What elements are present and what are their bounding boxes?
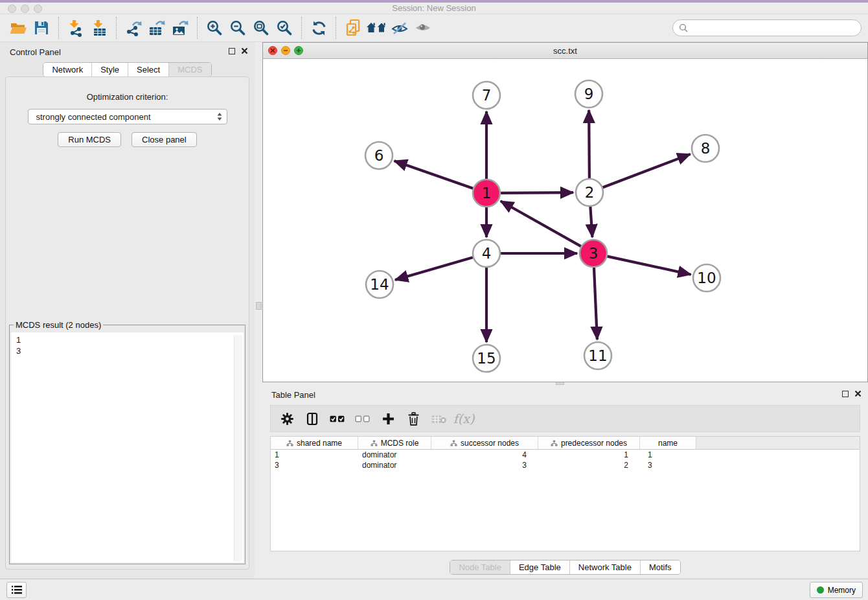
graph-edge-3-11[interactable] — [594, 268, 597, 340]
graph-node-label-10: 10 — [697, 270, 716, 286]
memory-label: Memory — [828, 586, 856, 595]
graph-edge-3-1[interactable] — [501, 201, 581, 246]
mcds-result-textarea[interactable]: 1 3 — [11, 332, 244, 562]
import-network-icon — [67, 19, 85, 37]
tab-select[interactable]: Select — [128, 63, 168, 76]
open-session-button[interactable] — [6, 16, 30, 40]
float-table-panel-icon[interactable] — [842, 391, 849, 397]
tab-mcds[interactable]: MCDS — [168, 63, 211, 76]
graph-edge-1-2[interactable] — [501, 192, 573, 193]
task-history-button[interactable] — [6, 582, 27, 598]
cell-name[interactable]: 3 — [640, 461, 696, 470]
tab-node-table[interactable]: Node Table — [450, 560, 510, 574]
table-header-row: shared name MCDS role successor nodes pr… — [271, 437, 860, 450]
table-row[interactable]: 1 dominator 4 1 1 — [271, 450, 860, 460]
apply-layout-button[interactable] — [307, 16, 330, 40]
column-header-mcds-role[interactable]: MCDS role — [358, 437, 431, 449]
zoom-fit-icon — [253, 19, 269, 36]
tab-edge-table[interactable]: Edge Table — [510, 560, 569, 574]
list-icon — [11, 585, 23, 595]
float-panel-icon[interactable] — [229, 48, 235, 54]
application-window: { "window": { "title": "Session: New Ses… — [0, 0, 868, 600]
network-window-titlebar[interactable]: scc.txt — [263, 43, 867, 59]
result-scrollbar[interactable] — [234, 335, 242, 561]
cell-mcds-role[interactable]: dominator — [358, 461, 431, 470]
graph-edge-2-3[interactable] — [590, 207, 592, 237]
column-header-successor-nodes[interactable]: successor nodes — [431, 437, 538, 449]
tab-network[interactable]: Network — [43, 63, 91, 76]
export-network-button[interactable] — [122, 16, 145, 40]
zoom-in-icon — [206, 19, 223, 36]
table-row[interactable]: 3 dominator 3 2 3 — [271, 460, 860, 470]
save-session-button[interactable] — [30, 16, 53, 40]
toolbar-separator — [116, 17, 117, 39]
import-table-button[interactable] — [87, 16, 111, 40]
delete-column-button[interactable] — [404, 409, 423, 428]
tab-style[interactable]: Style — [91, 63, 128, 76]
export-table-icon — [148, 19, 166, 37]
show-all-button[interactable] — [411, 16, 435, 40]
search-field[interactable] — [672, 19, 862, 36]
cell-shared-name[interactable]: 3 — [271, 461, 358, 470]
close-panel-button[interactable]: Close panel — [131, 132, 197, 147]
toolbar-separator — [336, 17, 336, 39]
add-column-button[interactable] — [378, 409, 398, 428]
column-header-name[interactable]: name — [640, 437, 696, 449]
export-image-button[interactable] — [168, 16, 192, 40]
control-panel-header: Control Panel — [0, 42, 255, 62]
vertical-splitter-handle[interactable] — [256, 302, 262, 310]
optimization-criterion-select[interactable]: strongly connected component — [28, 109, 227, 124]
tab-motifs[interactable]: Motifs — [640, 560, 680, 574]
home-houses-icon — [366, 20, 387, 36]
network-canvas[interactable]: 7968124314101511 — [263, 59, 867, 382]
network-view-window: scc.txt 7968124314101511 — [262, 42, 868, 382]
cell-mcds-role[interactable]: dominator — [358, 450, 431, 459]
close-table-panel-icon[interactable] — [854, 390, 862, 397]
export-table-button[interactable] — [145, 16, 168, 40]
search-input[interactable] — [691, 23, 855, 33]
memory-button[interactable]: Memory — [810, 582, 863, 598]
function-builder-button[interactable]: f(x) — [454, 409, 474, 428]
status-bar: Memory — [0, 579, 868, 600]
run-mcds-button[interactable]: Run MCDS — [58, 132, 121, 147]
select-all-columns-button[interactable] — [328, 409, 347, 428]
show-columns-button[interactable] — [303, 409, 322, 428]
tab-network-table[interactable]: Network Table — [569, 560, 640, 574]
cell-shared-name[interactable]: 1 — [271, 450, 358, 459]
graph-node-label-14: 14 — [370, 276, 389, 293]
table-settings-button[interactable] — [277, 409, 297, 428]
header-filler — [696, 437, 860, 449]
graph-node-label-8: 8 — [701, 140, 711, 157]
graph-edge-2-9[interactable] — [589, 110, 589, 178]
deselect-all-columns-button[interactable] — [353, 409, 372, 428]
zoom-out-button[interactable] — [226, 16, 249, 40]
zoom-selected-button[interactable] — [273, 16, 296, 40]
graph-edge-3-10[interactable] — [607, 257, 691, 275]
graph-node-label-3: 3 — [589, 245, 599, 262]
column-header-predecessor-nodes[interactable]: predecessor nodes — [538, 437, 640, 449]
graph-edge-1-6[interactable] — [394, 161, 474, 188]
cell-name[interactable]: 1 — [640, 450, 696, 459]
memory-status-icon — [817, 586, 824, 594]
cell-successor-nodes[interactable]: 4 — [431, 450, 538, 459]
cell-predecessor-nodes[interactable]: 1 — [538, 450, 640, 459]
graph-edge-4-14[interactable] — [395, 257, 473, 280]
graph-node-label-9: 9 — [584, 86, 594, 102]
import-network-button[interactable] — [64, 16, 87, 40]
graph-edge-2-8[interactable] — [603, 154, 691, 187]
plus-icon — [382, 413, 394, 425]
cell-successor-nodes[interactable]: 3 — [431, 461, 538, 470]
close-panel-icon[interactable] — [241, 47, 248, 54]
columns-icon — [306, 412, 319, 426]
zoom-fit-button[interactable] — [249, 16, 273, 40]
new-network-from-selection-button[interactable] — [341, 16, 365, 40]
cell-predecessor-nodes[interactable]: 2 — [538, 461, 640, 470]
column-header-shared-name[interactable]: shared name — [271, 437, 358, 449]
hierarchy-icon — [450, 440, 457, 446]
mcds-result-title: MCDS result (2 nodes) — [14, 320, 103, 330]
delete-table-button[interactable] — [429, 409, 448, 428]
hide-selected-button[interactable] — [388, 16, 411, 40]
table-panel-title: Table Panel — [271, 390, 315, 400]
zoom-in-button[interactable] — [203, 16, 226, 40]
first-neighbors-button[interactable] — [365, 16, 388, 40]
